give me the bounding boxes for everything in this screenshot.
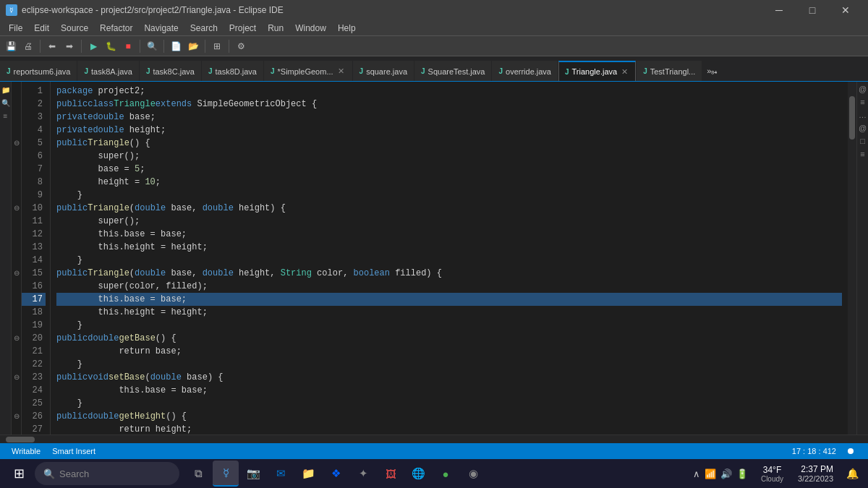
start-button[interactable]: ⊞	[6, 461, 32, 487]
taskbar-photos[interactable]: 🖼	[378, 461, 404, 487]
taskbar-camera[interactable]: 📷	[240, 461, 266, 487]
right-panel-icon-6[interactable]: ≡	[860, 150, 864, 158]
toolbar-search[interactable]: 🔍	[144, 38, 160, 54]
right-panel-icon-5[interactable]: □	[860, 137, 865, 145]
tab-label: SquareTest.java	[428, 67, 485, 76]
code-line-27: return height;	[56, 423, 842, 435]
menu-refactor[interactable]: Refactor	[94, 20, 138, 36]
code-line-18: this.height = height;	[56, 306, 842, 319]
tab-square[interactable]: J square.java	[353, 61, 414, 81]
sidebar-explorer-icon[interactable]: 📁	[1, 85, 11, 95]
toolbar-save[interactable]: 💾	[3, 38, 19, 54]
tray-volume-icon[interactable]: 🔊	[720, 468, 732, 479]
sidebar-search-icon[interactable]: 🔍	[1, 98, 11, 108]
mail-icon: ✉	[276, 467, 286, 480]
fold-indicator-26[interactable]: ⊖	[12, 410, 21, 423]
taskbar-search-box[interactable]: 🔍 Search	[35, 462, 179, 485]
taskbar-eclipse[interactable]: ☿	[213, 461, 239, 487]
tray-up-icon[interactable]: ∧	[693, 468, 700, 479]
toolbar-stop[interactable]: ■	[120, 38, 136, 54]
line-number-10: 10	[22, 202, 46, 215]
right-panel-icon-1[interactable]: @	[859, 85, 867, 93]
toolbar-open[interactable]: 📂	[185, 38, 201, 54]
taskbar-app1[interactable]: ✦	[350, 461, 376, 487]
menu-edit[interactable]: Edit	[28, 20, 55, 36]
tab-task8a[interactable]: J task8A.java	[77, 61, 138, 81]
right-panel-icon-4[interactable]: @	[859, 124, 867, 132]
line-number-9: 9	[22, 189, 46, 202]
toolbar-forward[interactable]: ➡	[61, 38, 77, 54]
taskbar-app2[interactable]: ◉	[460, 461, 486, 487]
fold-indicator-20[interactable]: ⊖	[12, 332, 21, 345]
tab-squaretest[interactable]: J SquareTest.java	[414, 61, 491, 81]
close-button[interactable]: ✕	[829, 0, 862, 20]
fold-indicator-7	[12, 163, 21, 176]
code-line-25: }	[56, 397, 842, 410]
tab-task8c[interactable]: J task8C.java	[140, 61, 201, 81]
taskbar-dropbox[interactable]: ❖	[323, 461, 349, 487]
code-editor[interactable]: package project2;public class Triangle e…	[51, 82, 848, 435]
time-block[interactable]: 2:37 PM 3/22/2023	[792, 464, 839, 483]
menu-help[interactable]: Help	[332, 20, 362, 36]
taskbar-file-explorer[interactable]: 📁	[295, 461, 321, 487]
menu-run[interactable]: Run	[262, 20, 289, 36]
menu-search[interactable]: Search	[184, 20, 224, 36]
right-panel-icon-3[interactable]: …	[859, 111, 867, 119]
tray-battery-icon[interactable]: 🔋	[736, 468, 748, 479]
status-writable[interactable]: Writable	[6, 443, 46, 459]
minimize-button[interactable]: ─	[762, 0, 796, 20]
toolbar-print[interactable]: 🖨	[20, 38, 36, 54]
tab-reportsum6[interactable]: J reportsum6.java	[0, 61, 77, 81]
status-smart-insert[interactable]: Smart Insert	[46, 443, 101, 459]
toolbar-perspective[interactable]: ⊞	[209, 38, 225, 54]
toolbar-new[interactable]: 📄	[168, 38, 184, 54]
tab-override[interactable]: J override.java	[492, 61, 558, 81]
menu-source[interactable]: Source	[55, 20, 94, 36]
scrollbar-thumb[interactable]	[849, 96, 855, 140]
tab-close-triangle[interactable]: ✕	[620, 67, 629, 77]
toolbar-debug[interactable]: 🐛	[103, 38, 119, 54]
toolbar-back[interactable]: ⬅	[44, 38, 60, 54]
menu-project[interactable]: Project	[224, 20, 262, 36]
eclipse-taskbar-icon: ☿	[223, 466, 229, 479]
fold-indicator-10[interactable]: ⊖	[12, 202, 21, 215]
tab-close-simplegeom[interactable]: ✕	[336, 67, 346, 76]
fold-indicator-19	[12, 319, 21, 332]
toolbar-run[interactable]: ▶	[85, 38, 101, 54]
fold-indicator-23[interactable]: ⊖	[12, 371, 21, 384]
fold-indicator-22	[12, 358, 21, 371]
tray-wifi-icon[interactable]: 📶	[705, 468, 716, 479]
right-panel: @ ≡ … @ □ ≡	[856, 82, 868, 435]
weather-block[interactable]: 34°F Cloudy	[755, 465, 789, 483]
menu-window[interactable]: Window	[289, 20, 332, 36]
sidebar-outline-icon[interactable]: ≡	[1, 111, 11, 121]
maximize-button[interactable]: □	[796, 0, 829, 20]
vertical-scrollbar[interactable]	[848, 82, 856, 435]
taskbar-edge[interactable]: 🌐	[405, 461, 431, 487]
tab-icon: J	[146, 67, 150, 75]
fold-indicator-15[interactable]: ⊖	[12, 267, 21, 280]
menu-file[interactable]: File	[3, 20, 28, 36]
code-line-15: public Triangle(double base, double heig…	[56, 267, 842, 280]
taskbar-chrome[interactable]: ●	[433, 461, 459, 487]
edge-icon: 🌐	[412, 467, 425, 480]
tab-task8d[interactable]: J task8D.java	[202, 61, 263, 81]
toolbar-sep-6	[229, 40, 229, 53]
status-position[interactable]: 17 : 18 : 412	[786, 443, 842, 459]
photos-icon: 🖼	[386, 468, 396, 480]
tab-triangle[interactable]: J Triangle.java ✕	[558, 61, 636, 81]
toolbar-settings[interactable]: ⚙	[233, 38, 249, 54]
line-number-15: 15	[22, 267, 46, 280]
tab-testtriangl[interactable]: J TestTriangl...	[637, 61, 702, 81]
right-panel-icon-2[interactable]: ≡	[860, 98, 864, 106]
taskbar-mail[interactable]: ✉	[268, 461, 294, 487]
taskbar-task-view[interactable]: ⧉	[185, 461, 211, 487]
fold-indicator-5[interactable]: ⊖	[12, 137, 21, 150]
menu-navigate[interactable]: Navigate	[138, 20, 184, 36]
tab-simplegeom[interactable]: J *SimpleGeom... ✕	[264, 61, 352, 81]
notification-button[interactable]: 🔔	[842, 461, 862, 487]
fold-indicator-25	[12, 397, 21, 410]
hscroll-thumb[interactable]	[6, 437, 35, 442]
tab-overflow[interactable]: »₈₄	[702, 61, 721, 81]
horizontal-scrollbar[interactable]	[0, 435, 868, 443]
